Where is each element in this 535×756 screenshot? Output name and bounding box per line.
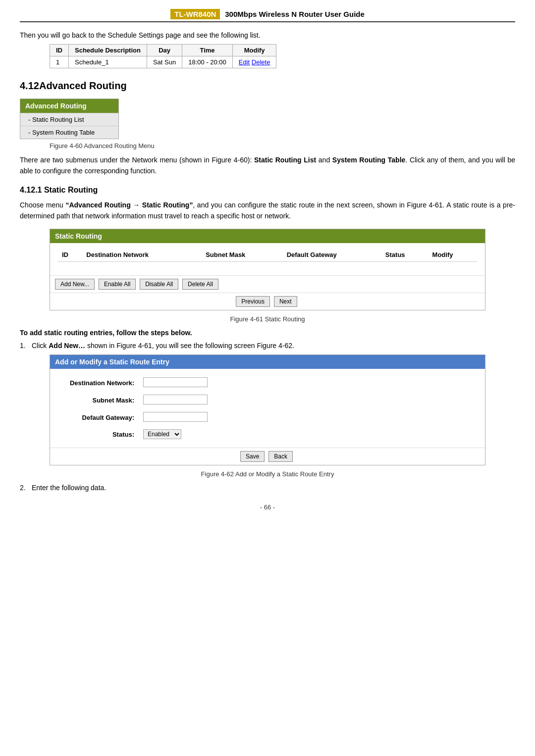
figure60-caption: Figure 4-60 Advanced Routing Menu <box>50 142 515 150</box>
figure61-caption: Figure 4-61 Static Routing <box>50 315 485 323</box>
add-modify-panel: Add or Modify a Static Route Entry Desti… <box>50 354 485 465</box>
form-label-gw: Default Gateway: <box>59 409 138 426</box>
col-time: Time <box>182 45 233 56</box>
cell-id: 1 <box>50 56 69 68</box>
instruction-text: To add static routing entries, follow th… <box>20 329 515 337</box>
intro-text: Then you will go back to the Schedule Se… <box>20 31 515 39</box>
back-button[interactable]: Back <box>268 451 293 462</box>
advanced-routing-menu: Advanced Routing - Static Routing List -… <box>20 99 119 139</box>
form-row-mask: Subnet Mask: <box>59 392 476 408</box>
figure62-caption: Figure 4-62 Add or Modify a Static Route… <box>50 470 485 478</box>
body-text-1: There are two submenus under the Network… <box>20 154 515 177</box>
form-input-dest <box>139 375 476 391</box>
form-row-gw: Default Gateway: <box>59 409 476 426</box>
form-label-status: Status: <box>59 427 138 442</box>
static-routing-panel-body: ID Destination Network Subnet Mask Defau… <box>50 243 485 276</box>
subsection-heading: 4.12.1 Static Routing <box>20 186 515 195</box>
routing-nav-row: Previous Next <box>50 293 485 310</box>
routing-table: ID Destination Network Subnet Mask Defau… <box>58 248 477 271</box>
step-2: 2. Enter the following data. <box>20 484 515 492</box>
menu-item-system-routing-table[interactable]: - System Routing Table <box>20 126 118 139</box>
form-row-dest: Destination Network: <box>59 375 476 391</box>
form-row-status: Status: Enabled Disabled <box>59 427 476 442</box>
section-heading: 4.12​Advanced Routing <box>20 80 515 92</box>
save-button[interactable]: Save <box>240 451 265 462</box>
disable-all-button[interactable]: Disable All <box>140 279 178 290</box>
guide-title: 300Mbps Wireless N Router User Guide <box>225 10 365 18</box>
model-label: TL-WR840N <box>170 9 220 19</box>
delete-link[interactable]: Delete <box>252 58 270 66</box>
form-input-mask <box>139 392 476 408</box>
destination-network-input[interactable] <box>143 377 208 387</box>
next-button[interactable]: Next <box>274 296 297 307</box>
delete-all-button[interactable]: Delete All <box>182 279 218 290</box>
form-label-mask: Subnet Mask: <box>59 392 138 408</box>
schedule-table: ID Schedule Description Day Time Modify … <box>50 44 276 68</box>
static-routing-panel: Static Routing ID Destination Network Su… <box>50 229 485 311</box>
status-select[interactable]: Enabled Disabled <box>143 429 181 439</box>
enable-all-button[interactable]: Enable All <box>99 279 136 290</box>
static-routing-panel-header: Static Routing <box>50 229 485 243</box>
default-gateway-input[interactable] <box>143 412 208 422</box>
subnet-mask-input[interactable] <box>143 395 208 404</box>
rt-col-modify: Modify <box>428 248 477 262</box>
cell-description: Schedule_1 <box>69 56 147 68</box>
rt-col-id: ID <box>58 248 82 262</box>
cell-time: 18:00 - 20:00 <box>182 56 233 68</box>
routing-empty-row <box>58 261 477 270</box>
rt-col-status: Status <box>381 248 428 262</box>
col-id: ID <box>50 45 69 56</box>
menu-header: Advanced Routing <box>20 99 118 113</box>
add-new-button[interactable]: Add New... <box>55 279 95 290</box>
col-description: Schedule Description <box>69 45 147 56</box>
cell-day: Sat Sun <box>147 56 182 68</box>
page-header: TL-WR840N 300Mbps Wireless N Router User… <box>20 10 515 22</box>
page-number: - 66 - <box>20 504 515 511</box>
form-table: Destination Network: Subnet Mask: Defaul… <box>58 374 477 443</box>
rt-col-mask: Subnet Mask <box>202 248 283 262</box>
add-modify-button-row: Save Back <box>50 448 485 465</box>
add-modify-panel-header: Add or Modify a Static Route Entry <box>50 355 485 369</box>
add-modify-panel-body: Destination Network: Subnet Mask: Defaul… <box>50 369 485 448</box>
edit-link[interactable]: Edit <box>239 58 250 66</box>
form-input-gw <box>139 409 476 426</box>
rt-col-gw: Default Gateway <box>283 248 381 262</box>
form-input-status: Enabled Disabled <box>139 427 476 442</box>
rt-col-dest: Destination Network <box>82 248 202 262</box>
body-text-2: Choose menu “Advanced Routing → Static R… <box>20 200 515 222</box>
step-1: 1. Click Add New… shown in Figure 4-61, … <box>20 342 515 350</box>
col-day: Day <box>147 45 182 56</box>
menu-item-static-routing-list[interactable]: - Static Routing List <box>20 113 118 126</box>
table-row: 1 Schedule_1 Sat Sun 18:00 - 20:00 Edit … <box>50 56 276 68</box>
col-modify: Modify <box>232 45 276 56</box>
routing-button-row: Add New... Enable All Disable All Delete… <box>50 275 485 293</box>
form-label-dest: Destination Network: <box>59 375 138 391</box>
cell-modify: Edit Delete <box>232 56 276 68</box>
previous-button[interactable]: Previous <box>236 296 270 307</box>
